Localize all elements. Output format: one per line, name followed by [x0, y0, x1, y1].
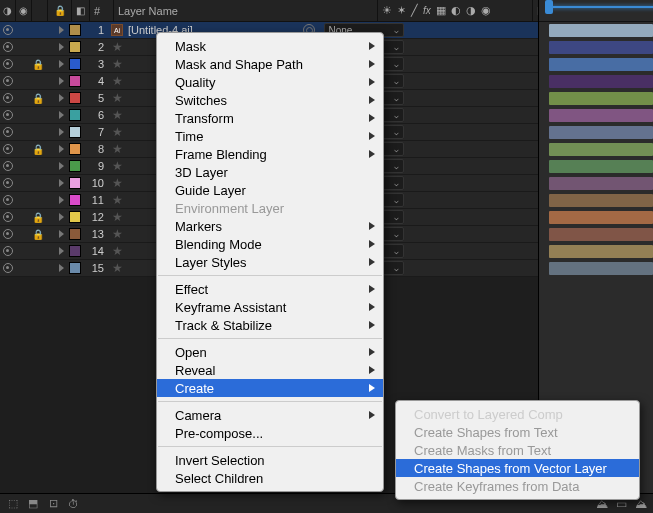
- label-icon[interactable]: ◧: [72, 0, 90, 21]
- solo-toggle[interactable]: [16, 192, 30, 208]
- three-d-icon[interactable]: ◉: [481, 4, 491, 17]
- shy-toggle[interactable]: [46, 158, 56, 174]
- menu-item-invert-selection[interactable]: Invert Selection: [157, 451, 383, 469]
- timeline-layer-bar[interactable]: [539, 22, 653, 39]
- timeline-layer-bar[interactable]: [539, 141, 653, 158]
- shy-toggle[interactable]: [46, 141, 56, 157]
- label-color-swatch[interactable]: [66, 124, 84, 140]
- submenu-item-convert-to-layered-comp[interactable]: Convert to Layered Comp: [396, 405, 639, 423]
- label-color-swatch[interactable]: [66, 39, 84, 55]
- create-submenu[interactable]: Convert to Layered CompCreate Shapes fro…: [395, 400, 640, 500]
- twirl-icon[interactable]: [56, 107, 66, 123]
- twirl-icon[interactable]: [56, 175, 66, 191]
- shy-toggle[interactable]: [46, 39, 56, 55]
- twirl-icon[interactable]: [56, 226, 66, 242]
- solo-toggle[interactable]: [16, 243, 30, 259]
- lock-toggle-icon[interactable]: 🔒: [30, 226, 46, 242]
- solo-toggle[interactable]: [16, 107, 30, 123]
- visibility-toggle-icon[interactable]: [0, 141, 16, 157]
- twirl-icon[interactable]: [56, 90, 66, 106]
- shy-toggle[interactable]: [46, 226, 56, 242]
- label-color-swatch[interactable]: [66, 226, 84, 242]
- menu-item-reveal[interactable]: Reveal: [157, 361, 383, 379]
- timeline-layer-bar[interactable]: [539, 260, 653, 277]
- timeline-layer-bar[interactable]: [539, 39, 653, 56]
- menu-item-transform[interactable]: Transform: [157, 109, 383, 127]
- solo-toggle[interactable]: [16, 260, 30, 276]
- menu-item-mask-and-shape-path[interactable]: Mask and Shape Path: [157, 55, 383, 73]
- favorite-icon[interactable]: ★: [108, 209, 126, 225]
- twirl-icon[interactable]: [56, 73, 66, 89]
- lock-toggle-icon[interactable]: [30, 243, 46, 259]
- menu-item-quality[interactable]: Quality: [157, 73, 383, 91]
- visibility-toggle-icon[interactable]: [0, 260, 16, 276]
- lock-toggle-icon[interactable]: [30, 192, 46, 208]
- visibility-toggle-icon[interactable]: [0, 226, 16, 242]
- shy-toggle[interactable]: [46, 175, 56, 191]
- lock-toggle-icon[interactable]: [30, 158, 46, 174]
- solo-toggle[interactable]: [16, 56, 30, 72]
- label-color-swatch[interactable]: [66, 141, 84, 157]
- favorite-icon[interactable]: ★: [108, 73, 126, 89]
- solo-toggle[interactable]: [16, 73, 30, 89]
- twirl-icon[interactable]: [56, 192, 66, 208]
- solo-toggle[interactable]: [16, 141, 30, 157]
- lock-toggle-icon[interactable]: 🔒: [30, 56, 46, 72]
- menu-item-markers[interactable]: Markers: [157, 217, 383, 235]
- shy-toggle[interactable]: [46, 209, 56, 225]
- timeline-layer-bar[interactable]: [539, 158, 653, 175]
- menu-item-mask[interactable]: Mask: [157, 37, 383, 55]
- favorite-icon[interactable]: ★: [108, 90, 126, 106]
- favorite-icon[interactable]: ★: [108, 226, 126, 242]
- menu-item-guide-layer[interactable]: Guide Layer: [157, 181, 383, 199]
- timeline-layer-bar[interactable]: [539, 124, 653, 141]
- visibility-toggle-icon[interactable]: [0, 243, 16, 259]
- solo-toggle[interactable]: [16, 226, 30, 242]
- twirl-icon[interactable]: [56, 209, 66, 225]
- label-color-swatch[interactable]: [66, 56, 84, 72]
- favorite-icon[interactable]: ★: [108, 141, 126, 157]
- visibility-toggle-icon[interactable]: [0, 90, 16, 106]
- playhead-icon[interactable]: [549, 6, 653, 8]
- twirl-icon[interactable]: [56, 22, 66, 38]
- fx-icon[interactable]: fx: [423, 5, 431, 16]
- lock-toggle-icon[interactable]: [30, 22, 46, 38]
- toggle-switches-icon[interactable]: ⬚: [6, 497, 20, 511]
- visibility-toggle-icon[interactable]: [0, 107, 16, 123]
- timeline-layer-bar[interactable]: [539, 90, 653, 107]
- shy-toggle[interactable]: [46, 56, 56, 72]
- twirl-icon[interactable]: [56, 124, 66, 140]
- shy-toggle[interactable]: [46, 73, 56, 89]
- menu-item-switches[interactable]: Switches: [157, 91, 383, 109]
- timeline-layer-bar[interactable]: [539, 56, 653, 73]
- twirl-icon[interactable]: [56, 56, 66, 72]
- timeline-layer-bar[interactable]: [539, 243, 653, 260]
- timeline-ruler[interactable]: [539, 0, 653, 22]
- lock-toggle-icon[interactable]: [30, 175, 46, 191]
- visibility-toggle-icon[interactable]: [0, 209, 16, 225]
- lock-toggle-icon[interactable]: [30, 73, 46, 89]
- collapse-transform-icon[interactable]: ✶: [397, 4, 406, 17]
- visibility-toggle-icon[interactable]: [0, 192, 16, 208]
- lock-toggle-icon[interactable]: 🔒: [30, 90, 46, 106]
- label-color-swatch[interactable]: [66, 73, 84, 89]
- timeline-layer-bar[interactable]: [539, 192, 653, 209]
- favorite-icon[interactable]: ★: [108, 124, 126, 140]
- label-color-swatch[interactable]: [66, 192, 84, 208]
- twirl-icon[interactable]: [56, 158, 66, 174]
- favorite-icon[interactable]: ★: [108, 243, 126, 259]
- toggle-in-out-icon[interactable]: ⊡: [46, 497, 60, 511]
- render-time-icon[interactable]: ⏱: [66, 497, 80, 511]
- layer-context-menu[interactable]: MaskMask and Shape PathQualitySwitchesTr…: [156, 32, 384, 492]
- shy-toggle[interactable]: [46, 22, 56, 38]
- toggle-modes-icon[interactable]: ⬒: [26, 497, 40, 511]
- frame-blend-icon[interactable]: ▦: [436, 4, 446, 17]
- menu-item-open[interactable]: Open: [157, 343, 383, 361]
- visibility-toggle-icon[interactable]: [0, 158, 16, 174]
- favorite-icon[interactable]: ★: [108, 175, 126, 191]
- lock-toggle-icon[interactable]: [30, 260, 46, 276]
- submenu-item-create-shapes-from-vector-layer[interactable]: Create Shapes from Vector Layer: [396, 459, 639, 477]
- lock-toggle-icon[interactable]: [30, 39, 46, 55]
- label-color-swatch[interactable]: [66, 22, 84, 38]
- favorite-icon[interactable]: Ai: [108, 22, 126, 38]
